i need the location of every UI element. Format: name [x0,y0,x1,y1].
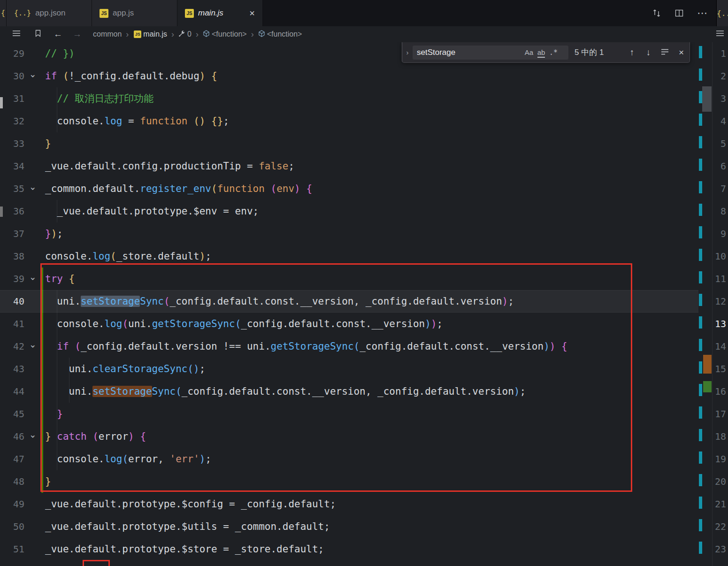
breadcrumb-item-folder[interactable]: common [93,30,122,38]
code-text: try { [45,268,75,290]
previous-match-icon[interactable]: ↑ [624,47,640,58]
line-number[interactable]: 45 [0,403,24,425]
fold-chevron-icon[interactable]: › [22,434,45,439]
fold-column [24,515,45,538]
line-number[interactable]: 49 [0,493,24,515]
right-pane-line-number: 2 [713,65,728,87]
fold-chevron-icon[interactable]: › [22,276,45,281]
line-number[interactable]: 36 [0,200,24,222]
find-in-selection-icon[interactable] [657,47,673,58]
code-line[interactable]: 38console.log(_store.default); [0,245,698,268]
code-line[interactable]: 31 // 取消日志打印功能 [0,87,698,110]
open-changes-icon[interactable] [652,8,661,18]
code-line[interactable]: 34_vue.default.config.productionTip = fa… [0,155,698,177]
fold-chevron-icon[interactable]: › [22,73,45,78]
breadcrumb-item-function[interactable]: <function> [212,30,247,38]
line-number[interactable]: 46 [0,425,24,448]
code-text: } [45,132,51,155]
code-line[interactable]: 39›try { [0,268,698,290]
second-group-tab-partial[interactable]: {..} [716,0,728,26]
code-line[interactable]: 35›_common.default.register_env(function… [0,177,698,200]
fold-chevron-icon[interactable]: › [22,344,45,349]
search-input[interactable] [413,48,523,57]
code-line[interactable]: 43 uni.clearStorageSync(); [0,358,698,380]
toggle-replace-icon[interactable]: › [402,48,413,56]
red-annotation-partial [83,560,110,566]
line-number[interactable]: 30 [0,65,24,87]
line-number[interactable]: 41 [0,313,24,335]
fold-column: › [24,65,45,87]
code-line[interactable]: 40 uni.setStorageSync(_config.default.co… [0,290,698,313]
code-line[interactable]: 30›if (!_config.default.debug) { [0,65,698,87]
close-icon[interactable]: × [673,47,690,58]
line-number[interactable]: 50 [0,515,24,538]
line-number[interactable]: 44 [0,380,24,403]
tab-app-json[interactable]: {..} app.json [7,0,92,26]
code-line[interactable]: 51_vue.default.prototype.$store = _store… [0,538,698,560]
tab-main-js[interactable]: JS main.js × [177,0,263,26]
next-match-icon[interactable]: ↓ [640,47,657,58]
line-number[interactable]: 40 [0,290,24,313]
code-line[interactable]: 48} [0,470,698,493]
whole-word-icon[interactable]: ab [535,48,547,56]
more-actions-icon[interactable]: ⋯ [697,7,708,19]
code-line[interactable]: 41 console.log(uni.getStorageSync(_confi… [0,313,698,335]
split-editor-icon[interactable] [674,8,684,18]
tab-partial[interactable]: { [0,0,7,26]
code-line[interactable]: 46›} catch (error) { [0,425,698,448]
back-arrow-icon[interactable]: ← [54,29,62,39]
find-widget: › Aa ab .* 5 中的 1 ↑ ↓ × [402,42,690,63]
line-number[interactable]: 51 [0,538,24,560]
line-number[interactable]: 37 [0,222,24,245]
code-line[interactable]: 45 } [0,403,698,425]
line-number[interactable]: 43 [0,358,24,380]
line-number[interactable]: 38 [0,245,24,268]
line-number[interactable]: 47 [0,448,24,470]
right-pane-line-number: 5 [713,132,728,155]
code-line[interactable]: 47 console.log(error, 'err'); [0,448,698,470]
forward-arrow-icon[interactable]: → [73,29,82,39]
list-icon[interactable] [12,30,21,39]
fold-chevron-icon[interactable]: › [22,186,45,191]
code-line[interactable]: 37}); [0,222,698,245]
overview-modified-mark [699,316,702,329]
overview-ruler[interactable] [698,42,712,566]
code-line[interactable]: 50_vue.default.prototype.$utils = _commo… [0,515,698,538]
fold-column [24,200,45,222]
line-number[interactable]: 39 [0,268,24,290]
match-case-icon[interactable]: Aa [523,48,535,56]
code-line[interactable]: 49_vue.default.prototype.$config = _conf… [0,493,698,515]
breadcrumb-item-function[interactable]: <function> [267,30,302,38]
close-icon[interactable]: × [249,8,255,18]
code-line[interactable]: 44 uni.setStorageSync(_config.default.co… [0,380,698,403]
line-number[interactable]: 42 [0,335,24,358]
scrollbar-thumb[interactable] [702,86,712,112]
code-line[interactable]: 33} [0,132,698,155]
line-number[interactable]: 33 [0,132,24,155]
code-text: uni.setStorageSync(_config.default.const… [45,380,526,403]
line-number[interactable]: 34 [0,155,24,177]
code-line[interactable]: 32 console.log = function () {}; [0,110,698,132]
list-icon[interactable] [716,30,724,39]
code-text: if (!_config.default.debug) { [45,65,217,87]
code-text: console.log(uni.getStorageSync(_config.d… [45,313,443,335]
tab-bar: { {..} app.json JS app.js JS main.js × ⋯… [0,0,728,26]
overview-modified-mark [699,339,702,351]
code-text: console.log = function () {}; [45,110,229,132]
line-number[interactable]: 35 [0,177,24,200]
code-lines: 29// })30›if (!_config.default.debug) {3… [0,42,698,560]
tab-label: app.json [35,8,65,18]
line-number[interactable]: 29 [0,42,24,65]
code-line[interactable]: 42› if (_config.default.version !== uni.… [0,335,698,358]
tab-app-js[interactable]: JS app.js [92,0,177,26]
right-pane-line-number: 16 [713,380,728,403]
line-number[interactable]: 48 [0,470,24,493]
code-line[interactable]: 36 _vue.default.prototype.$env = env; [0,200,698,222]
breadcrumb-item-file[interactable]: main.js [143,30,167,38]
breadcrumb-item-symbol[interactable]: 0 [187,30,192,38]
regex-icon[interactable]: .* [547,48,559,57]
line-number[interactable]: 31 [0,87,24,110]
bookmark-icon[interactable] [35,30,41,39]
line-number[interactable]: 32 [0,110,24,132]
overview-modified-mark [699,451,702,464]
